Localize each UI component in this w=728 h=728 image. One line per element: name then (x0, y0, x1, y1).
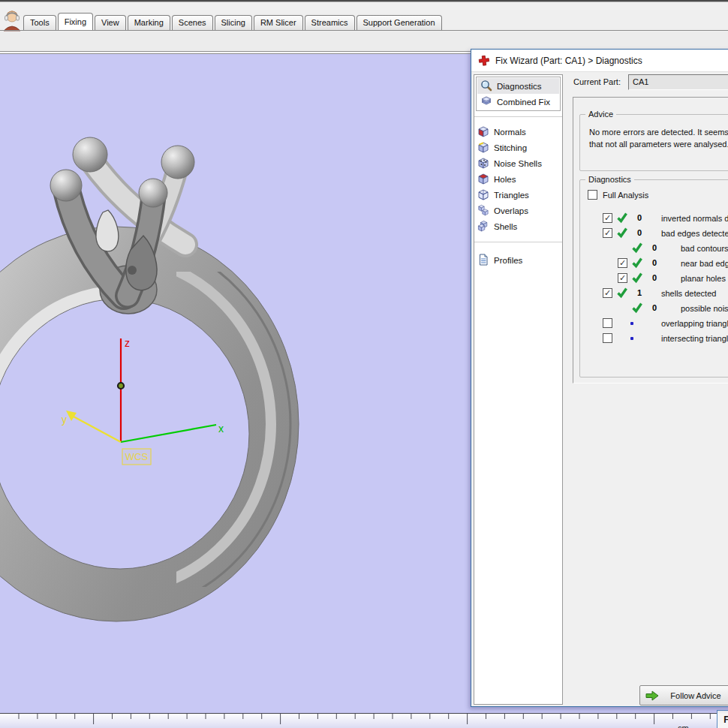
advice-title: Advice (585, 110, 616, 119)
diagnostic-row: 0bad contours (600, 241, 728, 256)
diagnostic-label: overlapping triangles (661, 319, 728, 328)
diagnostic-count: 0 (637, 228, 642, 237)
wcs-axes: z x y WCS (62, 337, 224, 465)
follow-advice-arrow-icon (645, 690, 660, 701)
check-ok-icon (616, 227, 628, 239)
tab-slicing[interactable]: Slicing (215, 15, 252, 30)
diagnostic-checkbox[interactable]: ✓ (603, 228, 612, 238)
fix-wizard-dialog: Fix Wizard (Part: CA1) > Diagnostics Dia… (471, 49, 728, 707)
nav-item-profiles[interactable]: Profiles (474, 252, 562, 268)
nav-item-label: Combined Fix (497, 98, 550, 107)
wcs-label: WCS (125, 451, 149, 462)
check-ok-icon (616, 212, 628, 224)
diagnostic-count: 0 (652, 243, 657, 252)
diagnostic-label: bad edges detected (661, 229, 728, 238)
ruler-ticks (0, 714, 728, 728)
tab-streamics[interactable]: Streamics (305, 15, 355, 30)
diagnostic-checkbox[interactable] (603, 318, 612, 328)
nav-item-diagnostics[interactable]: Diagnostics (477, 78, 559, 94)
diagnostic-checkbox[interactable]: ✓ (618, 273, 627, 283)
current-part-label: Current Part: (573, 77, 621, 86)
nav-item-label: Stitching (494, 143, 527, 152)
tab-support-generation[interactable]: Support Generation (356, 15, 442, 30)
advice-text: No more errors are detected. It seems th… (589, 126, 728, 150)
cubes-shells-icon (477, 220, 490, 233)
nav-item-shells[interactable]: Shells (474, 218, 562, 234)
diagnostic-label: bad contours (681, 244, 728, 253)
axis-y-label: y (62, 414, 67, 426)
diagnostic-label: possible noise shells (681, 304, 728, 313)
dialog-titlebar: Fix Wizard (Part: CA1) > Diagnostics (471, 50, 728, 72)
diagnostic-count: 1 (637, 288, 642, 297)
tab-strip: ToolsFixingViewMarkingScenesSlicingRM Sl… (0, 13, 728, 31)
diagnostics-groupbox: Diagnostics Full Analysis ✓0inverted nor… (579, 179, 728, 378)
nav-item-label: Triangles (494, 191, 529, 200)
top-chrome: ToolsFixingViewMarkingScenesSlicingRM Sl… (0, 0, 728, 54)
diagnostic-row: 0possible noise shells (600, 301, 728, 316)
diagnostic-checkbox[interactable]: ✓ (618, 258, 627, 268)
nav-item-noise-shells[interactable]: Noise Shells (474, 155, 562, 171)
cube-dots-icon (477, 157, 490, 170)
tab-tools[interactable]: Tools (23, 15, 56, 30)
advice-groupbox: Advice No more errors are detected. It s… (579, 114, 728, 171)
nav-item-normals[interactable]: Normals (474, 124, 562, 140)
nav-item-label: Shells (494, 222, 517, 231)
nav-fix-steps: NormalsStitchingNoise ShellsHolesTriangl… (474, 124, 562, 234)
tab-fixing[interactable]: Fixing (58, 13, 93, 30)
tab-view[interactable]: View (95, 15, 126, 30)
check-ok-icon (631, 272, 643, 284)
nav-bottom-group: Profiles (474, 252, 562, 268)
fix-wizard-cross-icon (478, 55, 490, 67)
cube-red-front-icon (477, 125, 490, 138)
diagnostic-row: ✓0inverted normals detected (600, 211, 728, 226)
wizard-content-panel: Advice No more errors are detected. It s… (573, 97, 728, 384)
diagnostic-count: 0 (637, 213, 642, 222)
axis-z-label: z (125, 337, 130, 349)
cubes-overlap-icon (477, 204, 490, 217)
nav-item-label: Diagnostics (497, 82, 541, 91)
diagnostic-label: shells detected (661, 289, 716, 298)
diagnostic-row: intersecting triangles (600, 331, 728, 346)
diagnostic-checkbox[interactable] (603, 333, 612, 343)
check-ok-icon (631, 257, 643, 269)
nav-item-holes[interactable]: Holes (474, 171, 562, 187)
nav-top-group: DiagnosticsCombined Fix (476, 77, 561, 111)
diagnostic-rows: ✓0inverted normals detected✓0bad edges d… (600, 211, 728, 346)
diagnostic-checkbox[interactable]: ✓ (603, 288, 612, 298)
magnifier-icon (480, 80, 493, 92)
diagnostic-count: 0 (652, 303, 657, 312)
nav-item-label: Overlaps (494, 206, 528, 215)
nav-item-label: Profiles (494, 256, 522, 265)
ruler-corner-button[interactable]: F (717, 710, 728, 728)
cube-stitch-icon (477, 141, 490, 154)
document-icon (477, 254, 490, 266)
nav-item-triangles[interactable]: Triangles (474, 187, 562, 203)
origin-marker (118, 383, 124, 389)
full-analysis-checkbox[interactable] (588, 190, 597, 200)
diagnostic-count: 0 (652, 258, 657, 267)
cube-wireframe-icon (477, 188, 490, 201)
ruler-unit-label: cm (678, 723, 689, 728)
application-window: z x y WCS ToolsFixingViewMarkingScenesSl… (0, 0, 728, 728)
follow-advice-button[interactable]: Follow Advice (639, 685, 728, 705)
tab-rm-slicer[interactable]: RM Slicer (254, 15, 303, 30)
current-part-field[interactable]: CA1 (628, 74, 728, 90)
cube-red-top-icon (477, 173, 490, 185)
check-ok-icon (616, 287, 628, 299)
diagnostic-label: intersecting triangles (661, 334, 728, 343)
diagnostic-checkbox[interactable]: ✓ (603, 213, 612, 223)
nav-separator (474, 242, 562, 242)
diagnostic-count: 0 (652, 273, 657, 282)
pending-dot-icon (630, 337, 633, 340)
nav-item-label: Noise Shells (494, 159, 542, 168)
check-ok-icon (631, 302, 643, 314)
nav-item-combined-fix[interactable]: Combined Fix (477, 94, 559, 110)
layers-icon (480, 95, 493, 108)
tab-marking[interactable]: Marking (128, 15, 170, 30)
nav-item-stitching[interactable]: Stitching (474, 140, 562, 155)
tab-scenes[interactable]: Scenes (172, 15, 213, 30)
tab-bar: ToolsFixingViewMarkingScenesSlicingRM Sl… (23, 13, 444, 30)
nav-item-overlaps[interactable]: Overlaps (474, 203, 562, 218)
diagnostic-label: inverted normals detected (661, 214, 728, 223)
diagnostic-row: ✓0planar holes detected (600, 271, 728, 286)
